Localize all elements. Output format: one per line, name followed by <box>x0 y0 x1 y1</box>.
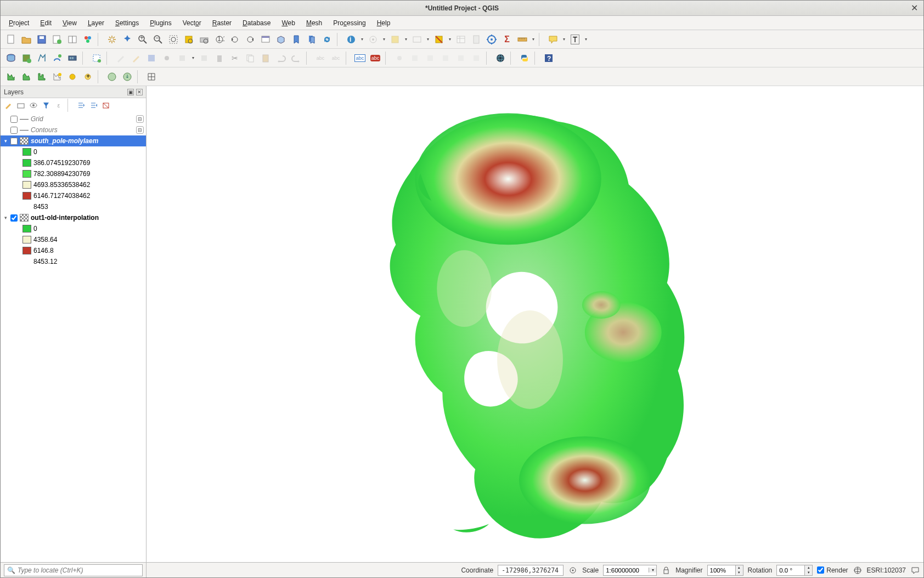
zoom-full-button[interactable] <box>166 32 181 47</box>
legend-item[interactable]: 0 <box>1 146 146 157</box>
add-group-button[interactable] <box>15 100 26 111</box>
layer-grid[interactable]: Grid ⊟ <box>1 114 146 124</box>
identify-dropdown[interactable]: ▾ <box>359 37 365 42</box>
osm-place-button[interactable] <box>105 70 119 84</box>
layer-style-button[interactable] <box>3 100 14 111</box>
cumulative-cut-button[interactable] <box>35 70 49 84</box>
grid-button[interactable] <box>144 70 159 84</box>
menu-project[interactable]: Project <box>4 18 34 29</box>
coordinate-value[interactable]: -172986,3276274 <box>498 565 564 576</box>
deselect-button[interactable] <box>432 32 446 47</box>
zoom-to-layer-button[interactable] <box>197 32 211 47</box>
layer-out1[interactable]: ▾ out1-old-interpolation <box>1 212 146 223</box>
new-scratch-layer-button[interactable] <box>89 51 104 65</box>
lock-scale-icon[interactable] <box>661 565 671 575</box>
messages-icon[interactable] <box>910 565 920 575</box>
zoom-out-button[interactable]: − <box>151 32 165 47</box>
layer-southpole-checkbox[interactable] <box>10 138 18 145</box>
render-checkbox[interactable]: Render <box>817 566 848 574</box>
new-map-view-button[interactable] <box>258 32 273 47</box>
action-dropdown[interactable]: ▾ <box>381 37 387 42</box>
crs-value[interactable]: ESRI:102037 <box>867 566 906 574</box>
manage-visibility-button[interactable] <box>28 100 39 111</box>
menu-layer[interactable]: Layer <box>83 18 109 29</box>
legend-item[interactable]: 4358.64 <box>1 234 146 245</box>
maptips-dropdown[interactable]: ▾ <box>561 37 567 42</box>
map-tips-button[interactable] <box>546 32 560 47</box>
collapse-all-button[interactable] <box>88 100 99 111</box>
annotation-dropdown[interactable]: ▾ <box>583 37 589 42</box>
local-histogram-button[interactable] <box>4 70 18 84</box>
new-project-button[interactable] <box>4 32 18 47</box>
zoom-to-selection-button[interactable] <box>182 32 196 47</box>
select-dropdown[interactable]: ▾ <box>403 37 409 42</box>
full-histogram-button[interactable] <box>19 70 33 84</box>
layer-out1-checkbox[interactable] <box>10 214 18 222</box>
new-print-layout-button[interactable] <box>50 32 64 47</box>
menu-web[interactable]: Web <box>277 18 300 29</box>
collapse-icon[interactable]: ⊟ <box>136 115 144 123</box>
remove-layer-button[interactable] <box>100 100 111 111</box>
measure-dropdown[interactable]: ▾ <box>531 37 536 42</box>
layer-contours[interactable]: Contours ⊟ <box>1 124 146 135</box>
menu-raster[interactable]: Raster <box>207 18 236 29</box>
menu-view[interactable]: View <box>58 18 82 29</box>
new-bookmark-button[interactable] <box>289 32 303 47</box>
legend-item[interactable]: 4693.85336538462 <box>1 179 146 190</box>
increase-brightness-button[interactable] <box>50 70 64 84</box>
legend-item[interactable]: 386.074519230769 <box>1 157 146 168</box>
style-manager-button[interactable] <box>81 32 95 47</box>
increase-contrast-button[interactable]: + <box>81 70 95 84</box>
help-button[interactable]: ? <box>542 51 556 65</box>
identify-button[interactable]: i <box>344 32 358 47</box>
collapse-icon[interactable]: ⊟ <box>136 126 144 134</box>
filter-legend-button[interactable] <box>41 100 52 111</box>
close-icon[interactable]: ✕ <box>911 3 918 13</box>
new-virtual-layer-button[interactable] <box>65 51 80 65</box>
decrease-brightness-button[interactable] <box>65 70 80 84</box>
open-data-source-button[interactable] <box>4 51 18 65</box>
pan-button[interactable] <box>105 32 119 47</box>
new-spatialite-button[interactable] <box>50 51 64 65</box>
layer-labeling-button[interactable]: abc <box>353 51 367 65</box>
pan-to-selection-button[interactable] <box>120 32 134 47</box>
legend-item[interactable]: 8453.12 <box>1 256 146 267</box>
magnifier-input[interactable]: ▴▾ <box>707 565 743 576</box>
menu-edit[interactable]: Edit <box>35 18 57 29</box>
scale-input[interactable]: ▾ <box>603 565 657 576</box>
toolbox-button[interactable] <box>484 32 499 47</box>
crs-icon[interactable] <box>853 565 863 575</box>
map-canvas[interactable] <box>147 86 923 562</box>
panel-close-icon[interactable]: ✕ <box>136 89 143 95</box>
layer-south-pole[interactable]: ▾ south_pole-molylaem <box>1 135 146 146</box>
zoom-in-button[interactable]: + <box>136 32 150 47</box>
measure-button[interactable] <box>515 32 529 47</box>
save-project-button[interactable] <box>35 32 49 47</box>
python-console-button[interactable] <box>517 51 532 65</box>
legend-item[interactable]: 8453 <box>1 201 146 212</box>
menu-settings[interactable]: Settings <box>110 18 144 29</box>
locator-input[interactable] <box>4 564 143 576</box>
expand-all-button[interactable] <box>75 100 86 111</box>
toggle-extents-icon[interactable] <box>568 565 578 575</box>
text-annotation-button[interactable]: T <box>568 32 582 47</box>
deselect-dropdown[interactable]: ▾ <box>447 37 453 42</box>
zoom-native-button[interactable]: 1:1 <box>212 32 227 47</box>
legend-item[interactable]: 6146.8 <box>1 245 146 256</box>
rotation-input[interactable]: ▴▾ <box>776 565 813 576</box>
layer-grid-checkbox[interactable] <box>10 116 18 123</box>
menu-vector[interactable]: Vector <box>178 18 206 29</box>
new-3d-view-button[interactable] <box>274 32 288 47</box>
layers-tree[interactable]: Grid ⊟ Contours ⊟ ▾ south_pole-molylaem … <box>1 112 146 562</box>
select-value-dropdown[interactable]: ▾ <box>425 37 431 42</box>
show-layout-manager-button[interactable] <box>65 32 80 47</box>
menu-database[interactable]: Database <box>238 18 275 29</box>
show-bookmarks-button[interactable] <box>305 32 319 47</box>
metasearch-button[interactable] <box>493 51 508 65</box>
new-shapefile-button[interactable] <box>35 51 49 65</box>
menu-mesh[interactable]: Mesh <box>301 18 327 29</box>
menu-processing[interactable]: Processing <box>328 18 370 29</box>
refresh-button[interactable] <box>320 32 334 47</box>
zoom-last-button[interactable] <box>228 32 242 47</box>
menu-plugins[interactable]: Plugins <box>145 18 176 29</box>
